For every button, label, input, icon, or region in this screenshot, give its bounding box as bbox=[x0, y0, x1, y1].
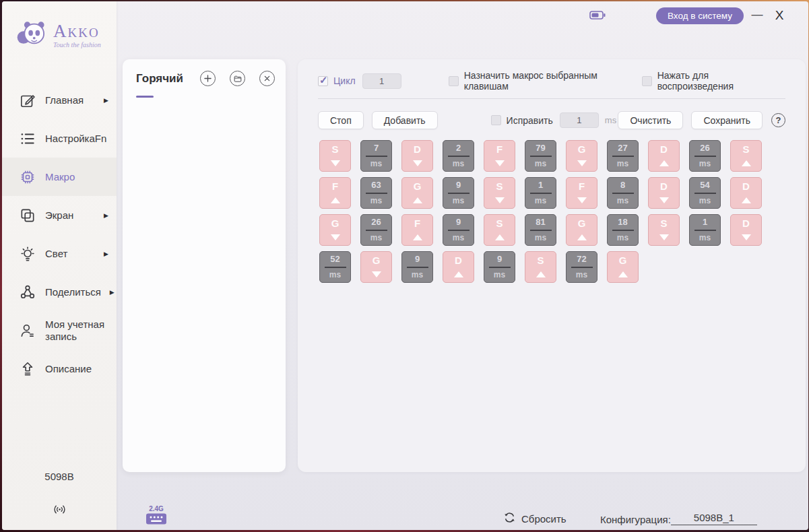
divider bbox=[612, 230, 634, 231]
stop-button[interactable]: Стоп bbox=[318, 111, 364, 129]
macro-key-S-down[interactable]: S bbox=[319, 140, 351, 172]
key-letter: S bbox=[660, 218, 667, 229]
bulb-icon bbox=[18, 244, 36, 263]
key-letter: F bbox=[414, 218, 420, 229]
share-icon bbox=[18, 283, 36, 301]
macro-key-S-up[interactable]: S bbox=[525, 251, 556, 283]
macro-delay[interactable]: 54ms bbox=[689, 177, 721, 209]
add-button[interactable]: Добавить bbox=[372, 111, 438, 129]
macro-delay[interactable]: 72ms bbox=[566, 251, 597, 283]
save-button[interactable]: Сохранить bbox=[691, 111, 763, 129]
refresh-icon bbox=[503, 511, 516, 527]
plus-circle-icon[interactable] bbox=[200, 71, 216, 86]
assign-checkbox-group[interactable]: Назначить макрос выбранным клавишам bbox=[449, 70, 642, 92]
macro-key-G-down[interactable]: G bbox=[360, 251, 392, 283]
press-to-play-checkbox[interactable] bbox=[642, 76, 652, 86]
macro-delay[interactable]: 26ms bbox=[689, 140, 721, 172]
macro-key-F-down[interactable]: F bbox=[484, 140, 515, 172]
macro-key-S-up[interactable]: S bbox=[484, 214, 515, 246]
clear-button[interactable]: Очистить bbox=[618, 111, 683, 129]
macro-delay[interactable]: 26ms bbox=[360, 214, 392, 246]
delay-unit: ms bbox=[453, 233, 464, 242]
macro-delay[interactable]: 9ms bbox=[443, 177, 474, 209]
macro-delay[interactable]: 9ms bbox=[484, 251, 515, 283]
login-button[interactable]: Вход в систему bbox=[656, 7, 744, 24]
chevron-right-icon: ▶ bbox=[104, 97, 108, 104]
sidebar-item-home[interactable]: Главная▶ bbox=[2, 81, 117, 119]
sidebar-item-macro[interactable]: Макро bbox=[2, 158, 117, 196]
macro-key-G-down[interactable]: G bbox=[566, 140, 597, 172]
macro-key-S-up[interactable]: S bbox=[730, 140, 762, 172]
fix-label: Исправить bbox=[507, 115, 553, 126]
arrow-up-icon bbox=[742, 160, 751, 166]
close-circle-icon[interactable] bbox=[259, 71, 275, 86]
arrow-down-icon bbox=[659, 234, 669, 240]
fix-checkbox[interactable] bbox=[491, 115, 501, 125]
sidebar-item-fn[interactable]: НастройкаFn bbox=[2, 119, 117, 158]
macro-key-S-down[interactable]: S bbox=[484, 177, 515, 209]
macro-delay[interactable]: 79ms bbox=[525, 140, 556, 172]
macro-key-D-down[interactable]: D bbox=[401, 140, 433, 172]
minimize-button[interactable]: — bbox=[748, 5, 766, 24]
macro-key-G-down[interactable]: G bbox=[319, 214, 351, 246]
macro-key-G-up[interactable]: G bbox=[401, 177, 433, 209]
cycle-checkbox[interactable] bbox=[318, 76, 328, 86]
sidebar-item-account[interactable]: Моя учетная запись bbox=[2, 311, 117, 350]
macro-key-D-up[interactable]: D bbox=[443, 251, 474, 283]
macro-key-S-down[interactable]: S bbox=[648, 214, 680, 246]
key-letter: G bbox=[619, 255, 627, 266]
macro-delay[interactable]: 7ms bbox=[360, 140, 392, 172]
macro-delay[interactable]: 1ms bbox=[689, 214, 721, 246]
sidebar-item-screen[interactable]: Экран▶ bbox=[2, 196, 117, 234]
macro-editor-panel: Цикл Назначить макрос выбранным клавишам… bbox=[298, 59, 806, 472]
sidebar-item-share[interactable]: Поделиться▶ bbox=[2, 273, 117, 311]
macro-key-F-down[interactable]: F bbox=[566, 177, 597, 209]
key-letter: G bbox=[578, 218, 586, 229]
macro-key-D-up[interactable]: D bbox=[648, 140, 680, 172]
fix-checkbox-group[interactable]: Исправить bbox=[491, 115, 553, 126]
help-icon[interactable]: ? bbox=[771, 113, 785, 127]
delay-value: 72 bbox=[577, 254, 586, 264]
delay-value: 9 bbox=[456, 217, 461, 227]
macro-key-D-down[interactable]: D bbox=[730, 214, 762, 246]
sidebar-item-light[interactable]: Свет▶ bbox=[2, 234, 117, 273]
config-name-input[interactable] bbox=[671, 512, 757, 525]
macro-delay[interactable]: 2ms bbox=[443, 140, 474, 172]
arrow-up-icon bbox=[536, 271, 546, 277]
macro-delay[interactable]: 8ms bbox=[607, 177, 639, 209]
macro-delay[interactable]: 52ms bbox=[319, 251, 351, 283]
sidebar-item-about[interactable]: Описание bbox=[2, 350, 117, 388]
macro-delay[interactable]: 1ms bbox=[525, 177, 556, 209]
key-letter: G bbox=[578, 143, 586, 155]
macro-delay[interactable]: 9ms bbox=[443, 214, 474, 246]
delay-value: 26 bbox=[700, 143, 709, 153]
fix-delay-input[interactable] bbox=[560, 112, 599, 128]
macro-key-F-up[interactable]: F bbox=[319, 177, 351, 209]
macro-key-D-down[interactable]: D bbox=[648, 177, 680, 209]
press-to-play-checkbox-group[interactable]: Нажать для воспроизведения bbox=[642, 70, 785, 92]
macro-key-F-up[interactable]: F bbox=[401, 214, 433, 246]
macro-key-G-up[interactable]: G bbox=[566, 214, 597, 246]
arrow-down-icon bbox=[495, 197, 505, 203]
macro-delay[interactable]: 63ms bbox=[360, 177, 392, 209]
cycle-checkbox-group[interactable]: Цикл bbox=[318, 75, 356, 86]
cycle-count-input[interactable] bbox=[362, 73, 401, 89]
close-button[interactable]: X bbox=[770, 6, 789, 25]
reset-button[interactable]: Сбросить bbox=[503, 511, 567, 527]
macro-key-D-up[interactable]: D bbox=[730, 177, 762, 209]
macro-key-G-up[interactable]: G bbox=[607, 251, 639, 283]
delay-value: 9 bbox=[497, 254, 502, 264]
key-letter: F bbox=[332, 180, 338, 192]
macro-delay[interactable]: 27ms bbox=[607, 140, 639, 172]
delay-value: 26 bbox=[371, 217, 381, 227]
key-letter: D bbox=[742, 218, 750, 229]
key-letter: S bbox=[496, 218, 503, 229]
delay-unit: ms bbox=[617, 159, 628, 168]
macro-delay[interactable]: 18ms bbox=[607, 214, 639, 246]
macro-delay[interactable]: 9ms bbox=[401, 251, 433, 283]
macro-delay[interactable]: 81ms bbox=[525, 214, 556, 246]
sidebar-item-label: Описание bbox=[45, 363, 108, 374]
assign-checkbox[interactable] bbox=[449, 76, 459, 86]
connection-2-4g-button[interactable]: 2.4G bbox=[145, 506, 167, 525]
folder-circle-icon[interactable] bbox=[230, 71, 245, 86]
